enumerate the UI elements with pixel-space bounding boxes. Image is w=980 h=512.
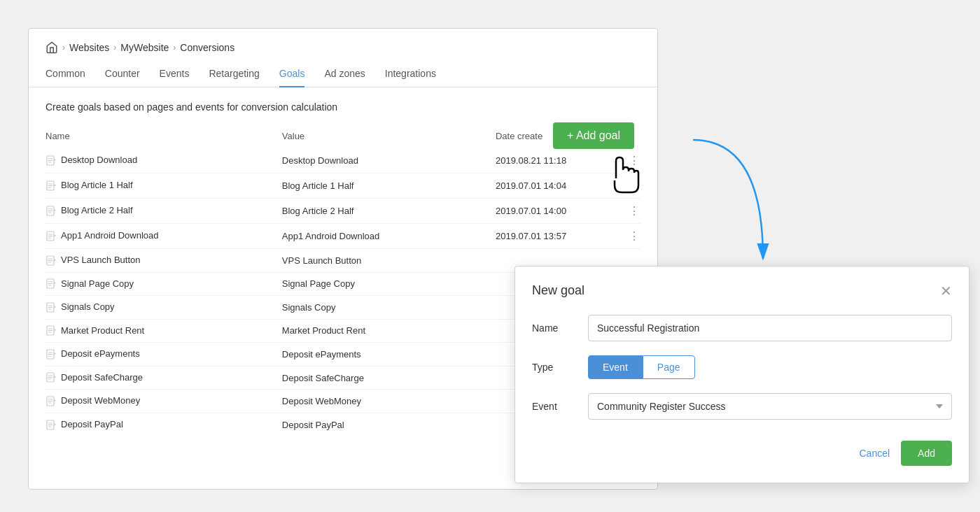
goal-name: Blog Article 1 Half — [61, 180, 133, 190]
form-row-event: Event Community Register Success — [532, 393, 952, 420]
goal-name: Signals Copy — [61, 301, 115, 312]
page-description: Create goals based on pages and events f… — [46, 101, 640, 113]
add-button[interactable]: Add — [901, 441, 952, 466]
goal-row-icon — [46, 372, 57, 383]
event-select[interactable]: Community Register Success — [588, 393, 952, 420]
modal-close-button[interactable]: ✕ — [940, 284, 952, 298]
tab-retargeting[interactable]: Retargeting — [209, 61, 259, 87]
col-header-name: Name — [46, 127, 282, 148]
type-page-button[interactable]: Page — [643, 355, 695, 379]
goal-name: App1 Android Download — [61, 230, 159, 241]
goal-value: VPS Launch Button — [282, 249, 496, 273]
goal-value: Market Product Rent — [282, 319, 496, 343]
type-buttons: Event Page — [588, 355, 695, 379]
name-input[interactable] — [588, 315, 952, 341]
row-actions-button[interactable]: ⋮ — [629, 230, 640, 242]
goal-value: Deposit WebMoney — [282, 390, 496, 413]
tab-common[interactable]: Common — [46, 61, 85, 87]
event-label: Event — [532, 401, 588, 412]
goal-value: Blog Article 2 Half — [282, 199, 496, 224]
type-event-button[interactable]: Event — [588, 355, 643, 379]
goal-value: Signal Page Copy — [282, 272, 496, 296]
tab-counter[interactable]: Counter — [105, 61, 140, 87]
goal-name: Deposit WebMoney — [61, 395, 140, 406]
row-actions-button[interactable]: ⋮ — [629, 155, 640, 166]
goal-row-icon — [46, 302, 57, 313]
tab-ad-zones[interactable]: Ad zones — [324, 61, 365, 87]
form-row-name: Name — [532, 315, 952, 341]
goal-date: 2019.07.01 13:57 — [496, 224, 617, 249]
goal-name: Desktop Download — [61, 155, 137, 165]
tabs-bar: Common Counter Events Retargeting Goals … — [29, 61, 657, 87]
goal-row-icon — [46, 255, 57, 266]
goal-value: Blog Article 1 Half — [282, 173, 496, 199]
goal-date: 2019.07.01 14:00 — [496, 199, 617, 224]
goal-row-icon — [46, 325, 57, 336]
row-actions-button[interactable]: ⋮ — [629, 180, 640, 192]
add-goal-button[interactable]: + Add goal — [553, 122, 634, 149]
goal-row-icon — [46, 180, 57, 192]
breadcrumb-mywebsite[interactable]: MyWebsite — [120, 42, 169, 53]
goal-value: Signals Copy — [282, 296, 496, 320]
goal-row-icon — [46, 396, 57, 407]
cancel-button[interactable]: Cancel — [859, 448, 890, 459]
row-actions-button[interactable]: ⋮ — [629, 205, 640, 217]
modal-title: New goal — [532, 283, 584, 298]
goal-row-icon — [46, 231, 57, 242]
type-label: Type — [532, 362, 588, 373]
goal-row-icon — [46, 206, 57, 217]
name-label: Name — [532, 322, 588, 334]
tab-goals[interactable]: Goals — [279, 61, 305, 87]
goal-row-icon — [46, 420, 57, 431]
table-row: Blog Article 2 HalfBlog Article 2 Half20… — [46, 199, 640, 224]
goal-row-icon — [46, 155, 57, 166]
goal-value: App1 Android Download — [282, 224, 496, 249]
goal-name: Deposit PayPal — [61, 419, 123, 429]
goal-name: Blog Article 2 Half — [61, 205, 133, 215]
goal-name: Deposit ePayments — [61, 348, 140, 359]
breadcrumb: › Websites › MyWebsite › Conversions — [29, 29, 657, 61]
goal-value: Deposit SafeCharge — [282, 366, 496, 390]
goal-row-icon — [46, 278, 57, 290]
goal-date: 2019.08.21 11:18 — [496, 148, 617, 173]
goal-value: Desktop Download — [282, 148, 496, 173]
form-row-type: Type Event Page — [532, 355, 952, 379]
goal-name: VPS Launch Button — [61, 255, 140, 265]
goal-date: 2019.07.01 14:04 — [496, 173, 617, 199]
modal-header: New goal ✕ — [532, 283, 952, 298]
goal-name: Market Product Rent — [61, 325, 144, 336]
breadcrumb-websites[interactable]: Websites — [69, 42, 109, 53]
tab-events[interactable]: Events — [160, 61, 190, 87]
goal-row-icon — [46, 349, 57, 360]
table-row: Blog Article 1 HalfBlog Article 1 Half20… — [46, 173, 640, 199]
goal-value: Deposit PayPal — [282, 413, 496, 436]
modal-footer: Cancel Add — [532, 441, 952, 466]
home-icon[interactable] — [46, 41, 58, 54]
breadcrumb-conversions: Conversions — [180, 42, 234, 53]
table-row: App1 Android DownloadApp1 Android Downlo… — [46, 224, 640, 249]
new-goal-modal: New goal ✕ Name Type Event Page Event Co… — [514, 266, 969, 483]
tab-integrations[interactable]: Integrations — [385, 61, 436, 87]
goal-value: Deposit ePayments — [282, 343, 496, 367]
goal-name: Deposit SafeCharge — [61, 372, 143, 383]
goal-name: Signal Page Copy — [61, 278, 134, 289]
table-row: Desktop DownloadDesktop Download2019.08.… — [46, 148, 640, 173]
col-header-value: Value — [282, 127, 496, 148]
